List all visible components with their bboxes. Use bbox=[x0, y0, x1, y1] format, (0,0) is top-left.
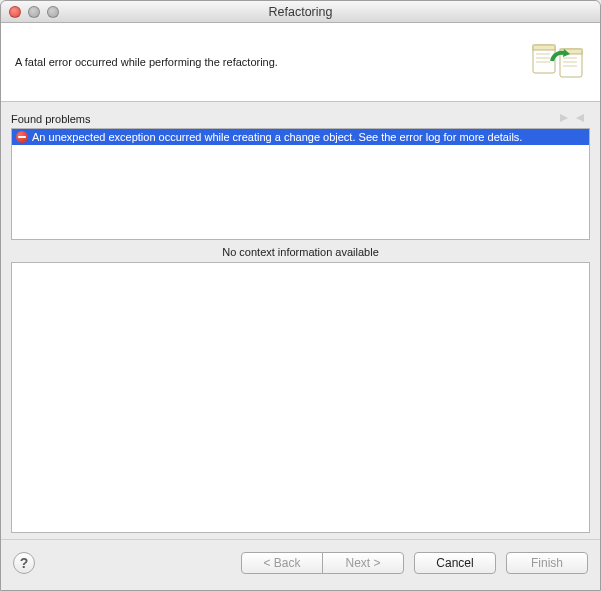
zoom-icon bbox=[47, 6, 59, 18]
problem-item-text: An unexpected exception occurred while c… bbox=[32, 131, 522, 143]
back-button: < Back bbox=[241, 552, 323, 574]
problems-list[interactable]: An unexpected exception occurred while c… bbox=[11, 128, 590, 240]
svg-marker-11 bbox=[560, 114, 568, 122]
context-panel bbox=[11, 262, 590, 533]
dialog-content: Found problems An unexpected exception o… bbox=[1, 102, 600, 539]
problems-heading: Found problems bbox=[11, 113, 558, 125]
error-message: A fatal error occurred while performing … bbox=[15, 56, 278, 68]
minimize-icon bbox=[28, 6, 40, 18]
cancel-button[interactable]: Cancel bbox=[414, 552, 496, 574]
help-button[interactable]: ? bbox=[13, 552, 35, 574]
next-button: Next > bbox=[322, 552, 404, 574]
context-heading: No context information available bbox=[11, 246, 590, 258]
window-title: Refactoring bbox=[1, 5, 600, 19]
svg-rect-1 bbox=[533, 45, 555, 50]
title-bar: Refactoring bbox=[1, 1, 600, 23]
problem-prev-icon bbox=[574, 112, 586, 126]
finish-button: Finish bbox=[506, 552, 588, 574]
problem-item[interactable]: An unexpected exception occurred while c… bbox=[12, 129, 589, 145]
refactor-wizard-icon bbox=[530, 41, 586, 83]
refactoring-dialog: Refactoring A fatal error occurred while… bbox=[0, 0, 601, 591]
error-icon bbox=[16, 131, 28, 143]
dialog-footer: ? < Back Next > Cancel Finish bbox=[1, 539, 600, 590]
problem-next-icon bbox=[558, 112, 570, 126]
close-icon[interactable] bbox=[9, 6, 21, 18]
wizard-header: A fatal error occurred while performing … bbox=[1, 23, 600, 102]
svg-marker-12 bbox=[576, 114, 584, 122]
